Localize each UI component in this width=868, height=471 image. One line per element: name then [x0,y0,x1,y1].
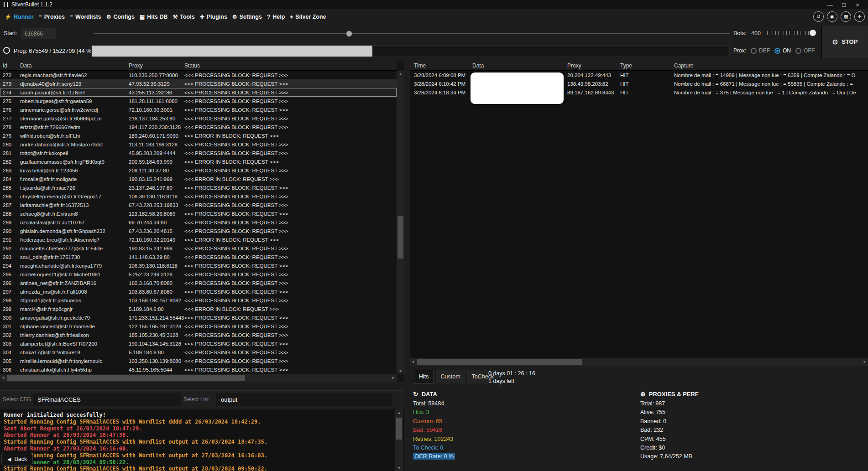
menu-item-tools[interactable]: ⚒Tools [173,14,194,20]
menu-item-label: Help [272,14,285,20]
results-horizontal-scrollbar[interactable]: ◄ ► [0,374,397,382]
menu-item-proxies[interactable]: ≡Proxies [39,14,65,20]
select-list-button[interactable]: Select List [183,396,209,403]
table-row[interactable]: 281tottot@sfr.fr:kokopeli45.95.203.209:4… [0,149,397,157]
scroll-up-icon[interactable]: ▲ [397,71,404,77]
start-position-slider[interactable] [94,33,730,34]
table-row[interactable]: 305mireille.lernould@sfr.fr:tonylernoulc… [0,357,397,365]
table-row[interactable]: 287laritamachle@sfr.fr:1637251367.43.228… [0,201,397,209]
start-slider-knob[interactable] [346,31,352,37]
scrollbar-thumb[interactable] [417,359,582,365]
table-row[interactable]: 302thierry.danhiez@sfr.fr:lealison185.10… [0,331,397,339]
scrollbar-thumb[interactable] [7,375,245,381]
table-row[interactable]: 306christian.ahlo@sfr.fr:Hy4n5khp45.11.9… [0,365,397,374]
prox-option-on[interactable]: ON [774,47,791,54]
table-row[interactable]: 289nzcalasfav@sfr.fr:Ju11076769.70.244.3… [0,218,397,227]
menu-item-configs[interactable]: ⚙Configs [106,14,135,20]
column-header-proxy[interactable]: Proxy [129,62,184,69]
select-cfg-button[interactable]: Select CFG [3,396,31,403]
table-row[interactable]: 277stermane.gallas@sfr.fr:6b666pcLm216.1… [0,114,397,123]
table-row[interactable]: 279wilfrid.robert@sfr.fr:olFLhi189.240.6… [0,131,397,140]
column-header-status[interactable]: Status [184,62,397,69]
minimize-button[interactable]: — [823,1,837,8]
table-row[interactable]: 295michelroques11@sfr.fr:Michel19815.252… [0,270,397,279]
bots-slider[interactable] [767,30,816,36]
hits-grid: TimeDataProxyTypeCapture 3/28/2024 6:09:… [410,61,868,358]
tab-custom[interactable]: Custom [436,370,465,383]
results-panel: IdDataProxyStatus 272regis.machart@sfr.f… [0,61,404,382]
table-row[interactable]: 275robert.burgeat@sfr.fr:gaetan59181.28.… [0,97,397,105]
gamepad-icon[interactable]: ▦ [841,11,851,22]
prox-option-def[interactable]: DEF [751,47,770,54]
hits-horizontal-scrollbar[interactable]: ◄ ► [410,358,868,366]
scroll-down-icon[interactable]: ▼ [395,465,403,471]
bots-slider-knob[interactable] [810,30,816,36]
column-header-proxy[interactable]: Proxy [567,62,620,69]
table-row[interactable]: 291frederzque.breu@sfr.fr:Aksenwlq772.10… [0,235,397,244]
maximize-button[interactable]: □ [837,1,851,8]
camera-icon[interactable]: ◉ [827,11,837,22]
table-row[interactable]: 273djenaba40@sfr.fr:seny12347.93.52.36:3… [0,79,397,88]
start-input[interactable]: 616866 [21,28,56,39]
table-row[interactable]: 290ghislain.demonda@sfr.fr:Ghpash23267.4… [0,227,397,235]
back-button[interactable]: ◀ Back [1,453,33,466]
history-icon[interactable]: ↺ [813,11,824,22]
column-header-id[interactable]: Id [3,62,20,69]
table-row[interactable]: 284f.rosalie@sfr.fr:moligade190.83.15.24… [0,175,397,183]
table-row[interactable]: 303alainperbet@sfr.fr:BoxSFR07200190.104… [0,339,397,348]
scroll-right-icon[interactable]: ► [390,374,397,382]
table-row[interactable]: 286chrystellepreveau@sfr.fr:Gregos17106.… [0,192,397,201]
table-row[interactable]: 282guzllaumeamasse@sfr.fr:gPBtKbqt9200.5… [0,157,397,166]
scroll-left-icon[interactable]: ◄ [0,374,6,382]
menu-item-plugins[interactable]: ✚Plugins [200,14,227,20]
table-row[interactable]: 294maeght.charlotte@sfr.fr:kenya1779106.… [0,261,397,270]
column-header-capture[interactable]: Capture [674,62,868,69]
column-header-data[interactable]: Data [472,62,567,69]
column-header-time[interactable]: Time [414,62,472,69]
scroll-right-icon[interactable]: ► [862,358,868,366]
table-row[interactable]: 293soul_odin@sfr.fr:1751730141.148.63.29… [0,253,397,261]
column-header-type[interactable]: Type [620,62,674,69]
selected-wordlist-value[interactable]: output [216,393,392,406]
prox-option-off[interactable]: OFF [795,47,815,54]
progress-spinner-icon [3,47,10,54]
scroll-left-icon[interactable]: ◄ [410,358,416,366]
table-row[interactable]: 272regis.machart@sfr.fr:flavie62110.235.… [0,71,397,79]
menu-item-settings[interactable]: ⚙Settings [232,14,262,20]
scrollbar-thumb[interactable] [397,216,403,259]
scrollbar-thumb[interactable] [396,418,402,440]
table-row[interactable]: 296antinea_net@sfr.fr:ZANZIBAR16160.3.16… [0,279,397,287]
table-row[interactable]: 288schaeg8@sfr.fr:Enitram8123.182.58.26:… [0,209,397,218]
table-row[interactable]: 300amavegalia@sfr.fr:geekette79171.233.1… [0,313,397,322]
results-vertical-scrollbar[interactable]: ▲ ▼ [397,71,404,374]
table-row[interactable]: 299marcl4@sfr.fr:zp8cgnjr5.189.184.6:80<… [0,305,397,313]
menu-item-label: Silver Zone [295,14,326,20]
menu-item-hits-db[interactable]: ▤Hits DB [140,14,168,20]
table-row[interactable]: 276annemarie.gorse@sfr.fr:w2cwrcdj72.10.… [0,105,397,114]
table-row[interactable]: 280andre.dabanat@sfr.fr:Mostpro73dsf113.… [0,140,397,149]
column-header-data[interactable]: Data [20,62,129,69]
close-button[interactable]: × [851,1,864,8]
log-scrollbar[interactable]: ▲ ▼ [395,409,403,471]
tab-hits[interactable]: Hits [414,370,434,383]
table-row[interactable]: 285i.sjaarda@sfr.fr:niac72623.137.248.19… [0,183,397,192]
menu-item-help[interactable]: ?Help [267,14,285,20]
table-row[interactable]: 274sarah.pacaut@sfr.fr:r1zNcR43.255.113.… [0,88,397,97]
selected-config-value[interactable]: SFRmailACCES [33,393,181,406]
table-row[interactable]: 301stphane.vincent@sfr.fr:marseille122.1… [0,322,397,331]
table-row[interactable]: 278erlztz@sfr.fr:726666Yedm194.117.230.2… [0,123,397,131]
scroll-up-icon[interactable]: ▲ [395,409,403,416]
table-row[interactable]: 297almezda_ms@sfr.fr:Fall1008103.83.80.6… [0,287,397,296]
stat-bad: Bad: 59416 [413,427,455,435]
menu-item-silver-zone[interactable]: ⌖Silver Zone [290,14,326,20]
scroll-down-icon[interactable]: ▼ [397,367,404,374]
menu-item-wordlists[interactable]: ≡Wordlists [70,14,101,20]
data-stats-title: ↻ DATA [413,390,455,398]
menu-item-runner[interactable]: ⚡Runner [5,14,34,20]
table-row[interactable]: 283luiza.belal@sfr.fr:123456208.111.40.3… [0,166,397,175]
table-row[interactable]: 2984fgnm41@sfr.fr:joshuasos103.159.194.1… [0,296,397,305]
menu-item-label: Proxies [44,14,65,20]
table-row[interactable]: 304shaka17@sfr.fr:Voltaire185.189.184.6:… [0,348,397,357]
send-icon[interactable]: ✈ [854,11,865,22]
table-row[interactable]: 292mauricette.chretien777@sfr.fr:Fifille… [0,244,397,253]
